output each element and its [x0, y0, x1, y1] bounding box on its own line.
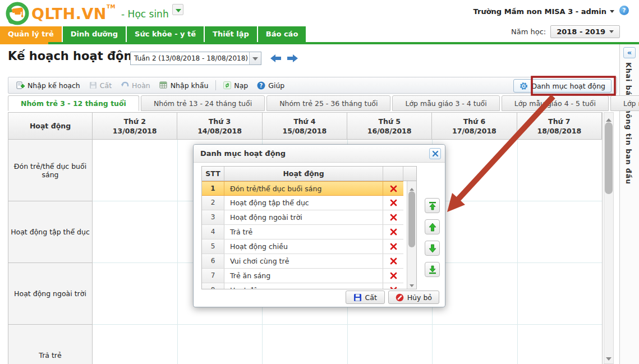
cancel-button[interactable]: Hủy bỏ: [388, 291, 439, 304]
schedule-cell[interactable]: [93, 263, 178, 325]
column-header-day: Thứ 415/08/2018: [263, 113, 347, 140]
activity-row[interactable]: 1 Đón trẻ/thể dục buổi sáng: [202, 181, 403, 196]
undo-button[interactable]: Hoàn: [116, 80, 155, 91]
activity-grid-header: STT Hoạt động: [202, 167, 416, 181]
column-header-day: Thứ 516/08/2018: [347, 113, 432, 140]
move-to-bottom-icon[interactable]: [425, 262, 440, 277]
module-dropdown-caret[interactable]: [172, 4, 183, 15]
table-scrollbar[interactable]: [604, 112, 614, 364]
logo-icon: [6, 2, 29, 25]
tab-nhom-tre-3-12[interactable]: Nhóm trẻ 3 - 12 tháng tuổi: [8, 95, 139, 111]
activity-row[interactable]: 7 Trẻ ăn sáng: [202, 269, 403, 283]
tab-nhom-tre-25-36[interactable]: Nhóm trẻ 25 - 36 tháng tuổi: [266, 95, 390, 111]
refresh-icon: [223, 81, 231, 89]
save-button[interactable]: Cất: [85, 80, 116, 91]
activity-row[interactable]: 2 Hoạt động tập thể dục: [202, 196, 403, 210]
save-button[interactable]: Cất: [346, 291, 385, 304]
logo-tm: TM: [107, 4, 116, 10]
schedule-cell[interactable]: [518, 325, 603, 364]
cancel-icon: [396, 293, 404, 302]
scrollbar-thumb[interactable]: [605, 122, 613, 194]
tab-mau-giao-4-5[interactable]: Lớp mẫu giáo 4 - 5 tuổi: [502, 95, 609, 111]
save-icon: [89, 81, 97, 89]
week-selector[interactable]: Tuần 2 (13/08/2018 - 18/08/2018): [130, 52, 261, 65]
schedule-cell[interactable]: [263, 325, 348, 364]
import-excel-button[interactable]: Nhập khẩu: [155, 80, 213, 91]
column-header-day: Thứ 314/08/2018: [177, 113, 262, 140]
delete-icon[interactable]: [383, 269, 403, 283]
move-down-icon[interactable]: [425, 241, 440, 256]
delete-icon[interactable]: [383, 225, 403, 239]
import-plan-button[interactable]: Nhập kế hoạch: [12, 80, 85, 91]
app-window: QLTH.VNTM - Học sinh Trường Mầm non MISA…: [0, 0, 639, 364]
reload-button[interactable]: Nạp: [219, 80, 252, 91]
activity-row-label: Hoạt động tập thể dục: [8, 201, 93, 263]
delete-icon[interactable]: [383, 196, 403, 210]
account-caret-icon: [610, 10, 614, 15]
next-week-arrow[interactable]: [286, 53, 298, 63]
undo-icon: [121, 81, 129, 89]
schedule-cell[interactable]: [518, 201, 603, 263]
activity-catalog-button[interactable]: Danh mục hoạt động: [513, 79, 612, 93]
school-year-label: Năm học:: [511, 27, 546, 36]
activity-row[interactable]: 4 Trả trẻ: [202, 225, 403, 239]
toolbar-separator: [215, 80, 216, 90]
gear-icon: [520, 82, 528, 90]
delete-icon[interactable]: [383, 210, 403, 224]
activity-row-label: Trả trẻ: [8, 325, 93, 364]
schedule-cell[interactable]: [93, 140, 178, 201]
scrollbar-thumb[interactable]: [408, 191, 415, 247]
column-header-day: Thứ 617/08/2018: [432, 113, 517, 140]
nav-tab-bao-cao[interactable]: Báo cáo: [258, 26, 306, 42]
close-icon[interactable]: [429, 148, 441, 159]
collapse-panel-icon[interactable]: «: [623, 47, 636, 58]
toolbar: Nhập kế hoạch Cất Hoàn Nhập khẩu Nạp ? G…: [8, 77, 617, 94]
nav-underline: [0, 42, 639, 44]
scroll-up-icon[interactable]: [604, 113, 613, 122]
save-icon: [353, 293, 362, 302]
help-button[interactable]: ? Giúp: [252, 80, 289, 91]
app-logo: QLTH.VNTM - Học sinh: [6, 2, 183, 26]
week-dropdown-button[interactable]: [249, 52, 261, 64]
scroll-down-icon[interactable]: [604, 354, 613, 363]
class-tabs: Nhóm trẻ 3 - 12 tháng tuổi Nhóm trẻ 13 -…: [8, 95, 639, 111]
tab-mau-giao-5-6[interactable]: Lớp mẫu giáo 5 - 6 tuổi: [610, 95, 639, 111]
activity-row[interactable]: 3 Hoạt động ngoài trời: [202, 210, 403, 225]
schedule-cell[interactable]: [93, 201, 178, 263]
schedule-cell[interactable]: [433, 325, 518, 364]
chevron-down-icon: [609, 30, 614, 35]
dialog-title: Danh mục hoạt động: [194, 145, 445, 163]
column-header-stt: STT: [202, 167, 224, 181]
scroll-up-icon[interactable]: [407, 182, 416, 190]
column-header-activity: Hoạt động: [8, 113, 93, 140]
column-header-day: Thứ 718/08/2018: [517, 113, 602, 140]
school-year-dropdown[interactable]: 2018 - 2019: [550, 25, 620, 38]
schedule-cell[interactable]: [93, 325, 178, 364]
delete-icon[interactable]: [383, 254, 403, 268]
nav-tab-quan-ly-tre[interactable]: Quản lý trẻ: [0, 26, 62, 42]
help-icon[interactable]: ?: [619, 6, 629, 15]
move-to-top-icon[interactable]: [425, 198, 440, 213]
tab-nhom-tre-13-24[interactable]: Nhóm trẻ 13 - 24 tháng tuổi: [141, 95, 265, 111]
nav-tab-dinh-duong[interactable]: Dinh dưỡng: [63, 26, 126, 42]
move-up-icon[interactable]: [425, 219, 440, 234]
nav-tab-thiet-lap[interactable]: Thiết lập: [205, 26, 257, 42]
delete-icon[interactable]: [383, 239, 403, 254]
delete-icon[interactable]: [383, 182, 403, 195]
activity-row[interactable]: 5 Hoạt động chiều: [202, 239, 403, 254]
nav-tab-suc-khoe[interactable]: Sức khỏe - y tế: [127, 26, 204, 42]
column-header-actions: [383, 167, 403, 181]
schedule-cell[interactable]: [518, 140, 603, 201]
activity-row[interactable]: 6 Vui chơi cùng trẻ: [202, 254, 403, 269]
tab-mau-giao-3-4[interactable]: Lớp mẫu giáo 3 - 4 tuổi: [392, 95, 499, 111]
right-sidebar: « Khai báo thông tin ban đầu: [619, 44, 639, 364]
account-menu[interactable]: Trường Mầm non MISA 3 - admin: [473, 7, 614, 16]
schedule-cell[interactable]: [178, 325, 263, 364]
schedule-cell[interactable]: [518, 263, 603, 325]
grid-scrollbar[interactable]: [407, 181, 416, 289]
sidebar-panel-title[interactable]: Khai báo thông tin ban đầu: [624, 62, 633, 185]
activity-row-label: Hoạt động ngoài trời: [8, 263, 93, 325]
previous-week-arrow[interactable]: [270, 53, 282, 63]
schedule-cell[interactable]: [348, 325, 433, 364]
module-label: - Học sinh: [121, 2, 169, 26]
